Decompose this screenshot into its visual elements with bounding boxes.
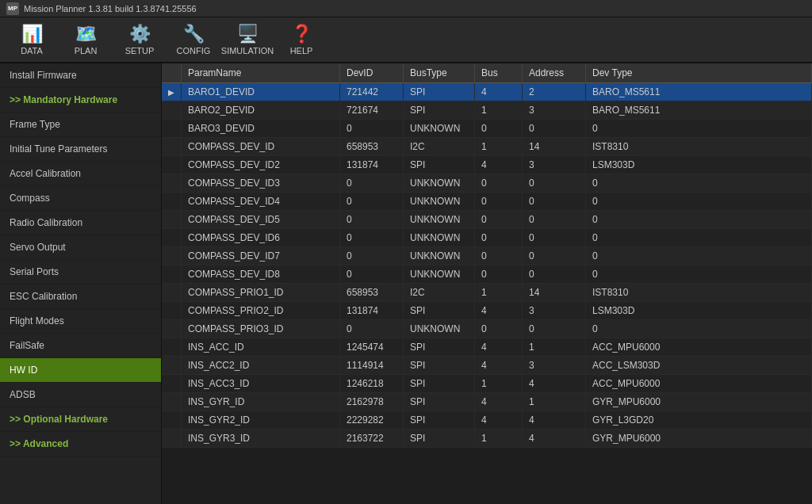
sidebar-item-frame-type[interactable]: Frame Type bbox=[0, 113, 161, 137]
cell-param: BARO1_DEVID bbox=[182, 83, 340, 101]
sidebar-item-radio-calibration[interactable]: Radio Calibration bbox=[0, 211, 161, 235]
col-arrow bbox=[162, 63, 182, 83]
cell-bus: 1 bbox=[475, 375, 523, 393]
table-row[interactable]: COMPASS_DEV_ID50UNKNOWN000 bbox=[162, 211, 812, 229]
cell-bustype: SPI bbox=[404, 156, 475, 174]
table-row[interactable]: ▶BARO1_DEVID721442SPI42BARO_MS5611 bbox=[162, 83, 812, 101]
cell-address: 0 bbox=[523, 229, 586, 247]
cell-bus: 4 bbox=[475, 393, 523, 411]
sidebar-item-compass[interactable]: Compass bbox=[0, 186, 161, 211]
table-header-row: ParamName DevID BusType Bus Address Dev … bbox=[162, 63, 812, 83]
cell-address: 4 bbox=[523, 375, 586, 393]
row-arrow: ▶ bbox=[162, 83, 182, 101]
cell-param: INS_ACC_ID bbox=[182, 338, 340, 357]
table-row[interactable]: COMPASS_PRIO1_ID658953I2C114IST8310 bbox=[162, 284, 812, 302]
table-row[interactable]: INS_ACC3_ID1246218SPI14ACC_MPU6000 bbox=[162, 375, 812, 393]
cell-devtype: LSM303D bbox=[586, 302, 812, 320]
cell-devtype: LSM303D bbox=[586, 156, 812, 174]
table-row[interactable]: BARO2_DEVID721674SPI13BARO_MS5611 bbox=[162, 101, 812, 120]
table-row[interactable]: COMPASS_DEV_ID40UNKNOWN000 bbox=[162, 193, 812, 211]
cell-devtype: ACC_LSM303D bbox=[586, 357, 812, 375]
cell-param: COMPASS_PRIO1_ID bbox=[182, 284, 340, 302]
table-row[interactable]: BARO3_DEVID0UNKNOWN000 bbox=[162, 120, 812, 138]
cell-address: 0 bbox=[523, 265, 586, 284]
cell-devid: 2162978 bbox=[340, 393, 404, 411]
row-arrow bbox=[162, 375, 182, 393]
toolbar: 📊DATA🗺️PLAN⚙️SETUP🔧CONFIG🖥️SIMULATION❓HE… bbox=[0, 17, 812, 63]
cell-param: COMPASS_DEV_ID8 bbox=[182, 265, 340, 284]
row-arrow bbox=[162, 265, 182, 284]
toolbar-icon-setup: ⚙️ bbox=[129, 24, 151, 44]
cell-address: 0 bbox=[523, 174, 586, 193]
toolbar-btn-setup[interactable]: ⚙️SETUP bbox=[114, 19, 165, 60]
table-row[interactable]: COMPASS_DEV_ID658953I2C114IST8310 bbox=[162, 138, 812, 156]
table-row[interactable]: COMPASS_DEV_ID80UNKNOWN000 bbox=[162, 265, 812, 284]
table-row[interactable]: COMPASS_DEV_ID70UNKNOWN000 bbox=[162, 247, 812, 265]
table-row[interactable]: INS_GYR_ID2162978SPI41GYR_MPU6000 bbox=[162, 393, 812, 411]
row-arrow bbox=[162, 393, 182, 411]
cell-devtype: 0 bbox=[586, 265, 812, 284]
table-row[interactable]: COMPASS_PRIO3_ID0UNKNOWN000 bbox=[162, 320, 812, 338]
toolbar-btn-config[interactable]: 🔧CONFIG bbox=[168, 19, 219, 60]
cell-devtype: IST8310 bbox=[586, 284, 812, 302]
cell-address: 0 bbox=[523, 320, 586, 338]
cell-bustype: I2C bbox=[404, 138, 475, 156]
sidebar-item-esc-calibration[interactable]: ESC Calibration bbox=[0, 284, 161, 309]
table-row[interactable]: INS_GYR3_ID2163722SPI14GYR_MPU6000 bbox=[162, 430, 812, 448]
toolbar-btn-plan[interactable]: 🗺️PLAN bbox=[60, 19, 111, 60]
sidebar-item-serial-ports[interactable]: Serial Ports bbox=[0, 260, 161, 284]
cell-bus: 0 bbox=[475, 229, 523, 247]
cell-bustype: SPI bbox=[404, 430, 475, 448]
table-row[interactable]: COMPASS_DEV_ID30UNKNOWN000 bbox=[162, 174, 812, 193]
sidebar-item-failsafe[interactable]: FailSafe bbox=[0, 334, 161, 358]
table-wrapper[interactable]: ParamName DevID BusType Bus Address Dev … bbox=[162, 63, 812, 504]
cell-address: 1 bbox=[523, 393, 586, 411]
row-arrow bbox=[162, 211, 182, 229]
cell-devtype: 0 bbox=[586, 211, 812, 229]
cell-param: COMPASS_DEV_ID2 bbox=[182, 156, 340, 174]
cell-bus: 4 bbox=[475, 357, 523, 375]
cell-devid: 0 bbox=[340, 211, 404, 229]
row-arrow bbox=[162, 247, 182, 265]
row-arrow bbox=[162, 174, 182, 193]
sidebar-item-initial-tune-parameters[interactable]: Initial Tune Parameters bbox=[0, 137, 161, 162]
table-row[interactable]: COMPASS_DEV_ID2131874SPI43LSM303D bbox=[162, 156, 812, 174]
table-row[interactable]: INS_ACC2_ID1114914SPI43ACC_LSM303D bbox=[162, 357, 812, 375]
row-arrow bbox=[162, 430, 182, 448]
cell-devtype: 0 bbox=[586, 320, 812, 338]
row-arrow bbox=[162, 338, 182, 357]
col-bus: Bus bbox=[475, 63, 523, 83]
cell-devid: 0 bbox=[340, 193, 404, 211]
sidebar-item-hw-id[interactable]: HW ID bbox=[0, 358, 161, 383]
toolbar-icon-data: 📊 bbox=[21, 24, 43, 44]
cell-param: COMPASS_DEV_ID bbox=[182, 138, 340, 156]
cell-devtype: ACC_MPU6000 bbox=[586, 338, 812, 357]
sidebar-item-install-firmware[interactable]: Install Firmware bbox=[0, 63, 161, 88]
cell-bustype: UNKNOWN bbox=[404, 229, 475, 247]
table-row[interactable]: COMPASS_PRIO2_ID131874SPI43LSM303D bbox=[162, 302, 812, 320]
cell-bustype: UNKNOWN bbox=[404, 320, 475, 338]
toolbar-icon-config: 🔧 bbox=[183, 24, 205, 44]
cell-bus: 0 bbox=[475, 193, 523, 211]
sidebar-item-flight-modes[interactable]: Flight Modes bbox=[0, 309, 161, 334]
sidebar-item-servo-output[interactable]: Servo Output bbox=[0, 235, 161, 260]
cell-devtype: GYR_MPU6000 bbox=[586, 393, 812, 411]
cell-bustype: UNKNOWN bbox=[404, 247, 475, 265]
cell-bustype: UNKNOWN bbox=[404, 265, 475, 284]
toolbar-btn-simulation[interactable]: 🖥️SIMULATION bbox=[222, 19, 273, 60]
cell-devtype: IST8310 bbox=[586, 138, 812, 156]
cell-param: BARO3_DEVID bbox=[182, 120, 340, 138]
table-row[interactable]: COMPASS_DEV_ID60UNKNOWN000 bbox=[162, 229, 812, 247]
toolbar-btn-help[interactable]: ❓HELP bbox=[276, 19, 327, 60]
cell-bus: 0 bbox=[475, 320, 523, 338]
sidebar-section-optionalhardware: >> Optional Hardware bbox=[0, 407, 161, 432]
cell-param: INS_ACC2_ID bbox=[182, 357, 340, 375]
col-devtype: Dev Type bbox=[586, 63, 812, 83]
table-row[interactable]: INS_GYR2_ID2229282SPI44GYR_L3GD20 bbox=[162, 411, 812, 430]
table-row[interactable]: INS_ACC_ID1245474SPI41ACC_MPU6000 bbox=[162, 338, 812, 357]
sidebar-item-accel-calibration[interactable]: Accel Calibration bbox=[0, 162, 161, 186]
sidebar-item-adsb[interactable]: ADSB bbox=[0, 383, 161, 407]
col-bustype: BusType bbox=[404, 63, 475, 83]
toolbar-btn-data[interactable]: 📊DATA bbox=[6, 19, 57, 60]
cell-devid: 0 bbox=[340, 229, 404, 247]
